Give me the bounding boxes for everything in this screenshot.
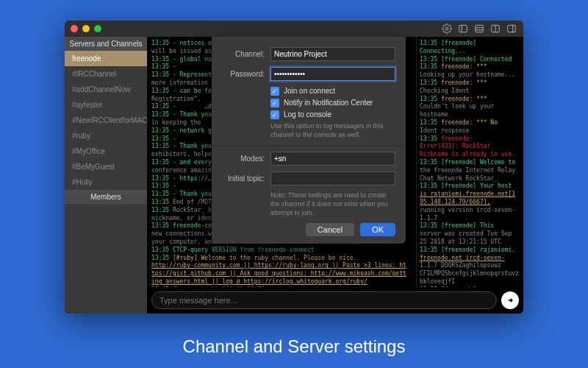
svg-rect-1: [459, 25, 467, 32]
log-line: Error(433): RockStar: [420, 143, 520, 151]
channel-label: Channel:: [222, 50, 265, 58]
sidebar-item[interactable]: freenode: [65, 51, 147, 66]
sidebar-item[interactable]: #BeMyGuest: [65, 159, 147, 174]
log-line: Checking Ident: [420, 88, 520, 96]
log-line: is rajaniemi.freenode.net[1: [420, 191, 520, 199]
modes-label: Modes:: [222, 155, 265, 163]
list-icon[interactable]: [473, 23, 485, 35]
zoom-icon[interactable]: [94, 25, 101, 32]
close-icon[interactable]: [71, 25, 78, 32]
page-caption: Channel and Server settings: [0, 336, 588, 357]
sidebar-item[interactable]: #Holly: [65, 174, 147, 190]
svg-point-0: [445, 27, 448, 30]
log-line: 13:35 [freenode] Welcome to: [420, 159, 520, 167]
minimize-icon[interactable]: [82, 25, 90, 32]
log-line: 13:35 freenode:: [420, 135, 520, 144]
log-line: tps://gist.github.com || Ask good questi…: [151, 270, 412, 278]
log-line: 13:35 CTCP-query VERSION from freenode-c…: [151, 247, 412, 255]
log-line: bkloveqjfI: [420, 278, 520, 286]
split-icon[interactable]: [490, 23, 501, 35]
app-window: Servers and Channels freenode#IRCChannel…: [65, 21, 523, 314]
checkbox-notify[interactable]: ✓: [270, 99, 279, 107]
log-line: Chat Network RockStar_: [420, 175, 520, 183]
log-line: 13:35 freenode: ***: [420, 96, 520, 104]
log-line: 13:35 freenode: ***: [420, 63, 520, 71]
sidebar-item[interactable]: #IRCChannel: [65, 66, 147, 82]
log-line: CFILMPQSbcefgijklmnopqrstuvz: [420, 270, 520, 278]
log-line: freenode.net ircd-seven-: [420, 255, 520, 263]
topic-label: Initial topic:: [222, 174, 265, 183]
topic-field[interactable]: [270, 171, 395, 185]
log-line: http://ruby-community.com || https://rub…: [151, 262, 412, 270]
compose-row: [147, 287, 523, 314]
sidebar: Servers and Channels freenode#IRCChannel…: [65, 37, 147, 314]
sidebar-item[interactable]: #aytester: [65, 97, 147, 113]
log-line: Nickname is already in use.: [420, 151, 520, 159]
toolbar: [441, 23, 517, 35]
log-line: server was created Tue Sep: [420, 230, 520, 238]
log-line: 13:35 [freenode] This: [420, 222, 520, 230]
svg-rect-3: [476, 25, 484, 32]
message-input[interactable]: [151, 291, 497, 309]
checkbox-join[interactable]: ✓: [270, 87, 279, 96]
log-line: 13:35 freenode: *** No: [420, 119, 520, 127]
password-field[interactable]: [270, 67, 395, 81]
server-log: 13:35 [freenode]Connecting...13:35 [free…: [416, 37, 523, 287]
channel-field[interactable]: [270, 47, 395, 61]
sidebar-item[interactable]: #NewIRCClientforMAC: [65, 113, 147, 128]
log-line: 13:35 [freenode] rajaniemi.: [420, 247, 520, 255]
log-line: 13:35 [freenode]: [420, 40, 520, 48]
send-button[interactable]: [501, 291, 519, 309]
log-line: 13:35 freenode: ***: [420, 79, 520, 88]
traffic-lights: [71, 25, 101, 32]
hint-create: Note: These settings are used to create …: [270, 191, 395, 217]
sidebar-item[interactable]: #MyOffice: [65, 144, 147, 159]
titlebar: [65, 21, 523, 37]
modes-field[interactable]: [270, 152, 395, 166]
log-line: 95.148.124.79/6667],: [420, 199, 520, 207]
log-line: 13:35 [freenode] Your host: [420, 183, 520, 191]
log-line: 13:35 [#ruby] Welcome to the ruby channe…: [151, 255, 412, 263]
cancel-button[interactable]: Cancel: [306, 223, 354, 236]
log-line: hostname: [420, 111, 520, 119]
log-line: 1.1.7 DOQRSZaghilopsuwz: [420, 262, 520, 270]
log-line: Connecting...: [420, 48, 520, 56]
log-line: the freenode Internet Relay: [420, 167, 520, 175]
gear-icon[interactable]: [441, 23, 453, 35]
log-line: Looking up your hostname...: [420, 71, 520, 79]
ok-button[interactable]: OK: [360, 223, 395, 236]
panel-icon[interactable]: [457, 23, 469, 35]
sidebar-item[interactable]: #ruby: [65, 128, 147, 144]
log-line: running version ircd-seven-: [420, 207, 520, 215]
log-line: Ident response: [420, 127, 520, 135]
sidebar-item[interactable]: #addChannelNow: [65, 82, 147, 97]
log-line: 1.1.7: [420, 215, 520, 223]
svg-rect-8: [508, 25, 516, 32]
sidebar-header-members: Members: [65, 190, 147, 204]
checkbox-join-label: Join on connect: [284, 87, 335, 95]
checkbox-log[interactable]: ✓: [270, 110, 279, 119]
log-line: Couldn't look up your: [420, 103, 520, 111]
channel-settings-sheet: Channel: Password: ✓ Join on connect ✓ N…: [212, 37, 406, 244]
log-line: 13:45 Closing Link: 106.51.37.75 (): [151, 286, 412, 287]
sidebar-header-servers: Servers and Channels: [65, 37, 147, 51]
log-line: 13:35 [freenode] Connected: [420, 56, 520, 64]
checkbox-log-label: Log to console: [284, 110, 331, 118]
log-line: ing_answers.html || log @ https://irclog…: [151, 278, 412, 286]
divider: [212, 145, 406, 146]
password-label: Password:: [222, 70, 265, 78]
checkbox-notify-label: Notify in Notification Center: [284, 99, 373, 107]
log-line: 25 2018 at 13:21:15 UTC: [420, 238, 520, 247]
sidebar-toggle-icon[interactable]: [506, 23, 517, 35]
hint-log: Use this option to log messages in this …: [270, 122, 395, 139]
